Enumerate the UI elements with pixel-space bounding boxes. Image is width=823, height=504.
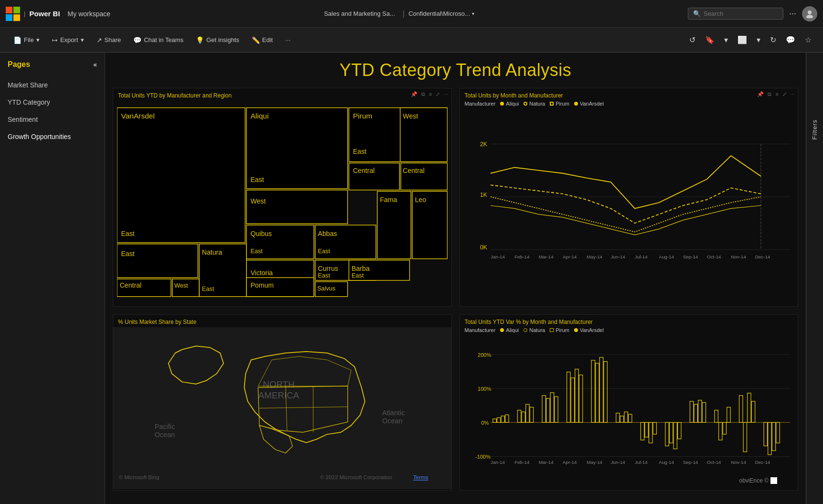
sensitivity-chevron-icon[interactable]: ▾ (472, 11, 474, 16)
svg-text:Central: Central (403, 167, 424, 174)
copy-icon[interactable]: ⧉ (420, 90, 426, 98)
treemap-svg: VanArsdel East East Central West (117, 103, 448, 301)
svg-rect-110 (603, 362, 607, 423)
expand-icon[interactable]: ⤢ (435, 90, 441, 98)
map-container: Pacific Ocean Atlantic Ocean NORTH AMERI… (113, 327, 451, 489)
logo-green (13, 7, 20, 13)
svg-text:Feb-14: Feb-14 (514, 460, 530, 465)
ytd-category-label: YTD Category (8, 98, 50, 106)
filter-icon[interactable]: ≡ (428, 90, 433, 98)
sidebar: Pages « Market Share YTD Category Sentim… (0, 53, 105, 504)
export-button[interactable]: ↦ Export ▾ (47, 34, 89, 46)
svg-text:Sep-14: Sep-14 (683, 254, 698, 259)
sidebar-item-growth-opportunities[interactable]: Growth Opportunities (0, 128, 105, 145)
bookmark-icon[interactable]: 🔖 (702, 33, 717, 46)
bookmark-chevron-icon[interactable]: ▾ (721, 33, 731, 46)
filter-icon2[interactable]: ≡ (774, 90, 779, 98)
sidebar-item-sentiment[interactable]: Sentiment (0, 111, 105, 128)
svg-text:NORTH: NORTH (263, 379, 294, 389)
app-name: Power BI (29, 10, 60, 18)
svg-text:2K: 2K (480, 141, 487, 148)
market-share-label: Market Share (8, 81, 48, 89)
search-input[interactable] (704, 10, 775, 17)
undo-icon[interactable]: ↺ (686, 33, 698, 46)
svg-rect-92 (497, 418, 500, 423)
svg-rect-113 (624, 412, 627, 422)
legend-aliqui: Aliqui (500, 101, 519, 107)
view-icon[interactable]: ⬜ (735, 33, 750, 46)
svg-text:Salvus: Salvus (317, 285, 335, 292)
svg-text:Jan-14: Jan-14 (491, 460, 505, 465)
pin-icon2[interactable]: 📌 (756, 90, 765, 98)
svg-rect-109 (599, 357, 603, 422)
expand-icon2[interactable]: ⤢ (781, 90, 788, 98)
sidebar-header: Pages « (0, 56, 105, 76)
svg-rect-94 (505, 415, 508, 423)
toolbar-more-icon: ··· (285, 36, 290, 43)
charts-grid: Total Units YTD by Manufacturer and Regi… (113, 88, 798, 491)
more-icon[interactable]: ··· (443, 90, 449, 98)
svg-text:Jun-14: Jun-14 (610, 460, 625, 465)
search-box[interactable]: 🔍 (688, 8, 783, 20)
svg-text:Sep-14: Sep-14 (683, 460, 698, 465)
line-chart-container: Manufacturer Aliqui Natura (460, 101, 798, 305)
svg-text:West: West (250, 197, 266, 205)
svg-text:Jun-14: Jun-14 (610, 254, 625, 259)
svg-text:Feb-14: Feb-14 (514, 254, 530, 259)
svg-text:Natura: Natura (202, 248, 223, 256)
sidebar-collapse-icon[interactable]: « (93, 61, 97, 68)
svg-rect-111 (616, 413, 619, 423)
svg-rect-127 (714, 410, 717, 423)
svg-text:Aliqui: Aliqui (250, 112, 268, 120)
file-button[interactable]: 📄 File ▾ (9, 34, 44, 46)
sidebar-item-market-share[interactable]: Market Share (0, 76, 105, 94)
edit-button[interactable]: ✏️ Edit (247, 34, 278, 46)
workspace-label[interactable]: My workspace (68, 10, 110, 18)
line-chart-svg: 2K 1K 0K Jan-14 Feb-14 Ma (465, 109, 793, 296)
svg-rect-125 (698, 400, 701, 423)
svg-text:1K: 1K (480, 192, 487, 198)
svg-text:East: East (250, 176, 264, 183)
toolbar-more-button[interactable]: ··· (280, 34, 295, 46)
bar-chart-title: Total Units YTD Var % by Month and Manuf… (460, 315, 798, 327)
copy-icon2[interactable]: ⧉ (767, 90, 772, 98)
svg-rect-18 (246, 190, 348, 224)
insights-button[interactable]: 💡 Get insights (191, 34, 244, 46)
topbar: | Power BI My workspace Sales and Market… (0, 0, 823, 28)
share-icon: ↗ (96, 36, 102, 44)
doc-title: Sales and Marketing Sa... (324, 10, 395, 17)
svg-rect-136 (768, 423, 771, 455)
line-chart-panel: Total Units by Month and Manufacturer 📌 … (460, 88, 799, 307)
svg-text:© Microsoft Bing: © Microsoft Bing (119, 474, 160, 480)
logo-red (6, 7, 12, 13)
svg-rect-129 (723, 423, 726, 435)
filters-label[interactable]: Filters (811, 119, 818, 139)
sidebar-item-ytd-category[interactable]: YTD Category (0, 94, 105, 111)
svg-rect-108 (595, 364, 599, 423)
svg-point-1 (806, 15, 813, 18)
svg-rect-126 (702, 403, 705, 423)
svg-rect-98 (530, 407, 533, 423)
svg-text:Aug-14: Aug-14 (659, 460, 674, 465)
view-chevron-icon[interactable]: ▾ (754, 33, 763, 46)
svg-rect-104 (571, 378, 574, 422)
svg-rect-130 (727, 407, 730, 423)
refresh-icon[interactable]: ↻ (767, 33, 779, 46)
avatar[interactable] (802, 6, 817, 21)
svg-text:May-14: May-14 (587, 460, 602, 465)
chat-teams-button[interactable]: 💬 Chat in Teams (128, 34, 188, 46)
svg-text:Atlantic: Atlantic (382, 409, 405, 417)
star-icon[interactable]: ☆ (802, 33, 814, 46)
branding-text: obviEnce © (739, 477, 769, 484)
svg-rect-119 (665, 423, 668, 446)
more-options-icon[interactable]: ··· (789, 9, 796, 19)
pin-icon[interactable]: 📌 (410, 90, 418, 98)
sensitivity-label[interactable]: Confidential\Microso... (408, 10, 470, 17)
share-button[interactable]: ↗ Share (92, 34, 126, 46)
svg-text:100%: 100% (478, 386, 491, 392)
comment-icon[interactable]: 💬 (783, 33, 798, 46)
more-icon2[interactable]: ··· (790, 90, 796, 98)
svg-text:-100%: -100% (475, 454, 491, 460)
search-icon: 🔍 (693, 10, 701, 17)
pages-label: Pages (8, 60, 30, 69)
